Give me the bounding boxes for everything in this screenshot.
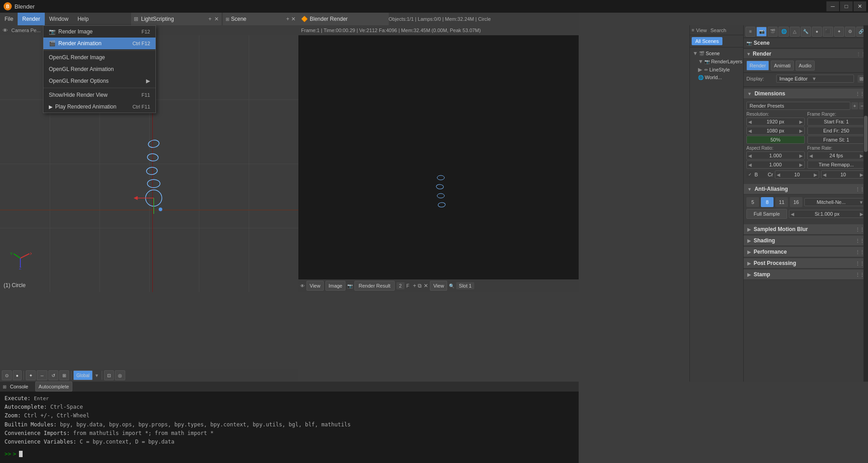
y-res-arrow-left[interactable]: ◀ — [747, 128, 753, 133]
performance-section-header[interactable]: ▶ Performance ⋮⋮ — [744, 247, 868, 257]
window-menu-item[interactable]: Window — [45, 13, 73, 25]
asp-y-arrow-left[interactable]: ◀ — [747, 162, 753, 167]
texture-props-icon[interactable]: ⬛ — [823, 27, 833, 37]
render-tab-render[interactable]: Render — [746, 61, 769, 71]
shading-section-header[interactable]: ▶ Shading ⋮⋮ — [744, 236, 868, 246]
tree-item-renderlayers[interactable]: ▼ 📷 RenderLayers — [690, 57, 743, 66]
scene-props-icon[interactable]: 🎬 — [768, 27, 778, 37]
particle-props-icon[interactable]: ✦ — [834, 27, 844, 37]
workspace-close-icon[interactable]: ✕ — [214, 16, 219, 22]
val1-field[interactable]: ◀ 10 ▶ — [775, 170, 819, 179]
render-menu-item[interactable]: Render — [18, 13, 44, 25]
mode-select[interactable]: ⊙ — [2, 370, 12, 380]
render-engine-label[interactable]: Blender Render — [310, 16, 348, 22]
x-res-field[interactable]: ◀ 1920 px ▶ — [746, 118, 805, 126]
val2-field[interactable]: ◀ 10 ▶ — [821, 170, 865, 179]
file-menu-item[interactable]: File — [0, 13, 18, 25]
aa-sample-8[interactable]: 8 — [761, 197, 774, 207]
minimize-button[interactable]: ─ — [826, 1, 839, 11]
scene-add-icon[interactable]: + — [286, 16, 289, 22]
view-button-right[interactable]: View — [430, 281, 447, 291]
aa-type-field[interactable]: Mitchell-Ne... ▼ — [804, 198, 865, 206]
b-checkbox[interactable]: ✓ — [746, 171, 754, 178]
stamp-section-header[interactable]: ▶ Stamp ⋮⋮ — [744, 269, 868, 280]
render-section-header[interactable]: ▼ Render ⋮⋮ — [744, 49, 868, 59]
scene-close-icon[interactable]: ✕ — [291, 16, 296, 22]
asp-x-arrow-left[interactable]: ◀ — [747, 153, 753, 158]
render-image-item[interactable]: 📷 Render Image F12 — [43, 26, 156, 38]
opengl-anim-item[interactable]: OpenGL Render Animation — [43, 63, 156, 75]
fps-arrow-left[interactable]: ◀ — [808, 153, 814, 158]
opengl-options-item[interactable]: OpenGL Render Options ▶ — [43, 75, 156, 87]
val1-arrow-left[interactable]: ◀ — [775, 172, 782, 177]
aa-sample-5[interactable]: 5 — [746, 197, 759, 207]
percent-field[interactable]: 50% — [746, 136, 805, 144]
object-props-icon[interactable]: △ — [790, 27, 800, 37]
close-button[interactable]: ✕ — [854, 1, 866, 11]
slot-label[interactable]: Slot 1 — [456, 282, 474, 289]
scale-btn[interactable]: ⊞ — [59, 370, 69, 380]
asp-y-arrow-right[interactable]: ▶ — [798, 162, 804, 167]
help-menu-item[interactable]: Help — [73, 13, 93, 25]
material-props-icon[interactable]: ● — [812, 27, 822, 37]
display-value-field[interactable]: Image Editor ▼ — [776, 75, 854, 83]
x-res-arrow-right[interactable]: ▶ — [798, 119, 804, 124]
render-presets-field[interactable]: Render Presets — [746, 102, 850, 110]
tree-item-linestyle[interactable]: ▶ ✏ LineStyle — [690, 66, 743, 74]
all-scenes-button[interactable]: All Scenes — [692, 37, 722, 45]
y-res-arrow-right[interactable]: ▶ — [798, 128, 804, 133]
view-icon-btn[interactable]: ≡ — [745, 27, 755, 37]
scrollbar-thumb[interactable] — [864, 116, 868, 152]
asp-x-field[interactable]: ◀ 1.000 ▶ — [746, 151, 805, 160]
fps-field[interactable]: ◀ 24 fps ▶ — [807, 151, 866, 160]
tree-item-scene[interactable]: ▼ 🎬 Scene — [690, 49, 743, 57]
opengl-image-item[interactable]: OpenGL Render Image — [43, 52, 156, 63]
add-slot-icon[interactable]: + — [413, 283, 416, 289]
render-animation-item[interactable]: 🎬 Render Animation Ctrl F12 — [43, 38, 156, 49]
si-field[interactable]: ◀ Si:1.000 px ▶ — [789, 210, 865, 218]
post-processing-section-header[interactable]: ▶ Post Processing ⋮⋮ — [744, 258, 868, 269]
world-props-icon[interactable]: 🌐 — [778, 27, 788, 37]
asp-y-field[interactable]: ◀ 1.000 ▶ — [746, 161, 805, 169]
render-tab-animation[interactable]: Animati — [771, 61, 794, 71]
workspace-add-icon[interactable]: + — [208, 16, 212, 22]
prop-edit-btn[interactable]: ◎ — [115, 370, 125, 380]
autocomplete-button[interactable]: Autocomplete — [35, 382, 72, 392]
y-res-field[interactable]: ◀ 1080 px ▶ — [746, 127, 805, 135]
cr-checkbox[interactable] — [760, 171, 767, 178]
show-hide-item[interactable]: Show/Hide Render View F11 — [43, 89, 156, 101]
physics-props-icon[interactable]: ⚙ — [845, 27, 855, 37]
full-sample-button[interactable]: Full Sample — [746, 209, 787, 219]
render-tab-audio[interactable]: Audio — [796, 61, 815, 71]
render-props-icon[interactable]: 📷 — [756, 27, 766, 37]
outliner-search-label[interactable]: Search — [711, 28, 726, 33]
modifier-props-icon[interactable]: 🔧 — [801, 27, 811, 37]
aa-section-header[interactable]: ▼ Anti-Aliasing ⋮⋮ — [744, 184, 868, 194]
select-all-btn[interactable]: ✦ — [26, 370, 36, 380]
play-anim-item[interactable]: ▶ Play Rendered Animation Ctrl F11 — [43, 101, 156, 113]
global-select[interactable]: Global — [73, 370, 93, 380]
snap-btn[interactable]: ⊡ — [104, 370, 114, 380]
cursor[interactable] — [19, 451, 23, 457]
start-fra-field[interactable]: Start Fra: 1 — [807, 118, 866, 126]
presets-add-icon[interactable]: + — [851, 102, 858, 109]
val2-arrow-left[interactable]: ◀ — [821, 172, 828, 177]
x-res-arrow-left[interactable]: ◀ — [747, 119, 753, 124]
time-remap-field[interactable]: Time Remapp... — [807, 161, 866, 169]
view-button[interactable]: View — [307, 281, 324, 291]
properties-scrollbar[interactable] — [863, 25, 868, 382]
rotate-btn[interactable]: ↺ — [48, 370, 58, 380]
tree-item-world[interactable]: 🌐 World... — [690, 74, 743, 81]
translate-btn[interactable]: ↔ — [37, 370, 47, 380]
image-button[interactable]: Image — [326, 281, 346, 291]
end-fr-field[interactable]: End Fr: 250 — [807, 127, 866, 135]
dimensions-section-header[interactable]: ▼ Dimensions ⋮⋮ — [744, 89, 868, 99]
render-result-dropdown[interactable]: Render Result — [354, 281, 394, 291]
maximize-button[interactable]: □ — [840, 1, 853, 11]
asp-x-arrow-right[interactable]: ▶ — [798, 153, 804, 158]
copy-slot-icon[interactable]: ⧉ — [418, 283, 422, 289]
outliner-view-label[interactable]: View — [696, 28, 707, 33]
aa-sample-11[interactable]: 11 — [775, 197, 788, 207]
smb-section-header[interactable]: ▶ Sampled Motion Blur ⋮⋮ — [744, 224, 868, 235]
si-arrow-left[interactable]: ◀ — [789, 212, 796, 217]
